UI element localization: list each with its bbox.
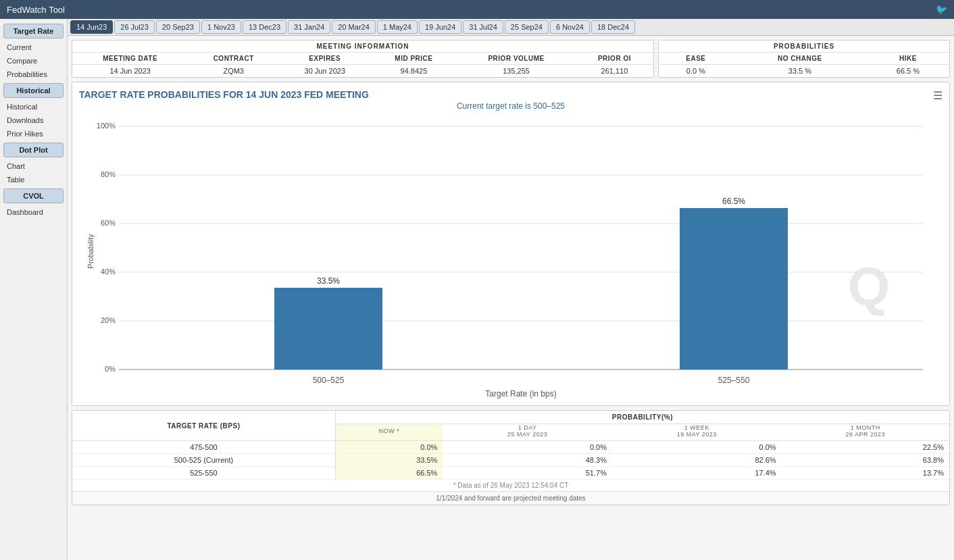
tab-bar: 14 Jun2326 Jul2320 Sep231 Nov2313 Dec233… xyxy=(68,19,954,36)
chart-box: TARGET RATE PROBABILITIES FOR 14 JUN 202… xyxy=(72,82,950,406)
tab-1-may24[interactable]: 1 May24 xyxy=(377,20,418,34)
sidebar-item-dashboard[interactable]: Dashboard xyxy=(0,205,67,219)
col-ease: EASE xyxy=(659,53,733,65)
tab-26-jul23[interactable]: 26 Jul23 xyxy=(114,20,155,34)
tab-20-sep23[interactable]: 20 Sep23 xyxy=(156,20,200,34)
col-meeting-date: MEETING DATE xyxy=(72,53,188,65)
col-expires: EXPIRES xyxy=(279,53,371,65)
th-target-rate: TARGET RATE (BPS) xyxy=(72,411,335,441)
expires-cell: 30 Jun 2023 xyxy=(279,65,371,78)
now-cell: 33.5% xyxy=(335,454,443,467)
chart-container: 100% 80% 60% 40% 20% 0% Probability xyxy=(79,116,943,402)
prob-row-1: 500-525 (Current) 33.5% 48.3% 82.6% 63.8… xyxy=(72,454,949,467)
meeting-info-header: MEETING INFORMATION xyxy=(72,41,653,53)
tab-25-sep24[interactable]: 25 Sep24 xyxy=(505,20,549,34)
sidebar-item-chart[interactable]: Chart xyxy=(0,159,67,173)
col-no-change: NO CHANGE xyxy=(733,53,867,65)
meeting-info-table: MEETING DATE CONTRACT EXPIRES MID PRICE … xyxy=(72,53,653,77)
app-title: FedWatch Tool xyxy=(7,5,65,15)
contract-cell: ZQM3 xyxy=(188,65,279,78)
twitter-icon[interactable]: 🐦 xyxy=(936,4,947,15)
rate-cell: 500-525 (Current) xyxy=(72,454,335,467)
probabilities-header: PROBABILITIES xyxy=(659,41,949,53)
sidebar-item-probabilities[interactable]: Probabilities xyxy=(0,68,67,81)
col-mid-price: MID PRICE xyxy=(371,53,457,65)
sidebar-item-downloads[interactable]: Downloads xyxy=(0,113,67,127)
no-change-cell: 33.5 % xyxy=(733,65,867,78)
sidebar-item-table[interactable]: Table xyxy=(0,173,67,186)
prior-oi-cell: 261,110 xyxy=(576,65,653,78)
svg-text:100%: 100% xyxy=(97,122,116,130)
probabilities-box: PROBABILITIES EASE NO CHANGE HIKE 0.0 % xyxy=(658,40,950,78)
table-footer-note: * Data as of 26 May 2023 12:54:04 CT xyxy=(72,479,949,491)
svg-text:Probability: Probability xyxy=(86,234,95,269)
month1-cell: 13.7% xyxy=(782,467,949,480)
month1-cell: 63.8% xyxy=(782,454,949,467)
tab-19-jun24[interactable]: 19 Jun24 xyxy=(419,20,461,34)
meeting-date-cell: 14 Jun 2023 xyxy=(72,65,188,78)
svg-text:Target Rate (in bps): Target Rate (in bps) xyxy=(485,389,556,399)
sidebar-cvol-btn[interactable]: CVOL xyxy=(3,188,64,203)
prob-row-0: 475-500 0.0% 0.0% 0.0% 22.5% xyxy=(72,441,949,454)
tab-31-jan24[interactable]: 31 Jan24 xyxy=(288,20,330,34)
th-1month: 1 MONTH 26 APR 2023 xyxy=(782,424,949,441)
th-1day: 1 DAY 25 MAY 2023 xyxy=(443,424,612,441)
meeting-info-box: MEETING INFORMATION MEETING DATE CONTRAC… xyxy=(72,40,654,78)
rate-cell: 475-500 xyxy=(72,441,335,454)
sidebar-item-historical[interactable]: Historical xyxy=(0,100,67,113)
meeting-info-row: 14 Jun 2023 ZQM3 30 Jun 2023 94.8425 135… xyxy=(72,65,653,78)
now-cell: 66.5% xyxy=(335,467,443,480)
sidebar-dot-plot-btn[interactable]: Dot Plot xyxy=(3,143,64,157)
svg-text:Q: Q xyxy=(848,257,890,317)
sidebar-item-prior-hikes[interactable]: Prior Hikes xyxy=(0,127,67,141)
th-1week: 1 WEEK 19 MAY 2023 xyxy=(612,424,782,441)
tab-1-nov23[interactable]: 1 Nov23 xyxy=(201,20,241,34)
col-hike: HIKE xyxy=(867,53,949,65)
tab-6-nov24[interactable]: 6 Nov24 xyxy=(550,20,590,34)
sidebar-item-compare[interactable]: Compare xyxy=(0,54,67,68)
bar-500-525 xyxy=(274,288,382,370)
prob-table-box: TARGET RATE (BPS) PROBABILITY(%) NOW * 1… xyxy=(72,410,950,505)
tab-18-dec24[interactable]: 18 Dec24 xyxy=(591,20,635,34)
mid-price-cell: 94.8425 xyxy=(371,65,457,78)
svg-text:500–525: 500–525 xyxy=(313,376,345,385)
main-content: 14 Jun2326 Jul2320 Sep231 Nov2313 Dec233… xyxy=(68,19,954,560)
week1-cell: 82.6% xyxy=(612,454,782,467)
tab-14-jun23[interactable]: 14 Jun23 xyxy=(70,20,113,34)
tab-13-dec23[interactable]: 13 Dec23 xyxy=(243,20,286,34)
th-probability: PROBABILITY(%) xyxy=(335,411,949,424)
now-cell: 0.0% xyxy=(335,441,443,454)
th-now: NOW * xyxy=(335,424,443,441)
tab-31-jul24[interactable]: 31 Jul24 xyxy=(463,20,503,34)
month1-cell: 22.5% xyxy=(782,441,949,454)
week1-cell: 0.0% xyxy=(612,441,782,454)
svg-text:80%: 80% xyxy=(101,170,116,178)
sidebar-historical-btn[interactable]: Historical xyxy=(3,83,64,98)
probabilities-table: EASE NO CHANGE HIKE 0.0 % 33.5 % 66.5 % xyxy=(659,53,949,77)
prior-volume-cell: 135,255 xyxy=(457,65,576,78)
sidebar-item-current[interactable]: Current xyxy=(0,41,67,54)
tab-20-mar24[interactable]: 20 Mar24 xyxy=(332,20,375,34)
svg-text:0%: 0% xyxy=(105,365,116,373)
sidebar-target-rate[interactable]: Target Rate xyxy=(3,24,64,39)
day1-cell: 51.7% xyxy=(443,467,612,480)
week1-cell: 17.4% xyxy=(612,467,782,480)
svg-text:60%: 60% xyxy=(101,219,116,227)
bar-525-550 xyxy=(680,208,788,370)
chart-menu-icon[interactable]: ☰ xyxy=(933,89,943,102)
rate-cell: 525-550 xyxy=(72,467,335,480)
col-prior-oi: PRIOR OI xyxy=(576,53,653,65)
sidebar: Target Rate Current Compare Probabilitie… xyxy=(0,19,68,560)
chart-subtitle: Current target rate is 500–525 xyxy=(79,101,943,111)
prob-row-2: 525-550 66.5% 51.7% 17.4% 13.7% xyxy=(72,467,949,480)
day1-cell: 48.3% xyxy=(443,454,612,467)
prob-table: TARGET RATE (BPS) PROBABILITY(%) NOW * 1… xyxy=(72,411,949,479)
hike-cell: 66.5 % xyxy=(867,65,949,78)
table-footer-bottom: 1/1/2024 and forward are projected meeti… xyxy=(72,491,949,505)
titlebar: FedWatch Tool 🐦 xyxy=(0,0,954,19)
svg-text:20%: 20% xyxy=(101,316,116,324)
chart-title: TARGET RATE PROBABILITIES FOR 14 JUN 202… xyxy=(79,89,943,100)
svg-text:525–550: 525–550 xyxy=(718,376,750,385)
svg-text:66.5%: 66.5% xyxy=(722,197,745,206)
info-row: MEETING INFORMATION MEETING DATE CONTRAC… xyxy=(72,40,950,78)
